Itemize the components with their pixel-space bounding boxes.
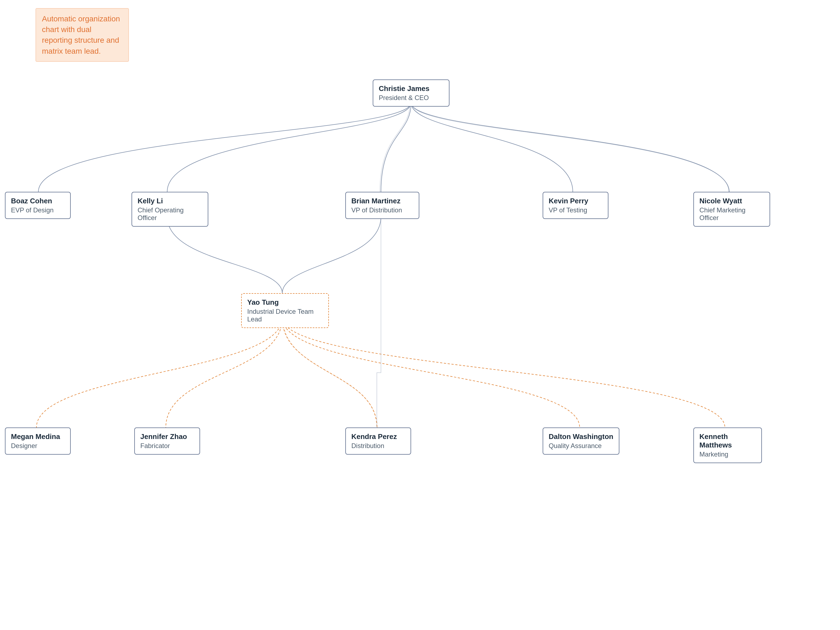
node-boaz[interactable]: Boaz Cohen EVP of Design: [5, 192, 71, 219]
ceo-name: Christie James: [379, 84, 444, 93]
ceo-title: President & CEO: [379, 94, 444, 102]
info-box: Automatic organization chart with dual r…: [36, 8, 129, 62]
boaz-name: Boaz Cohen: [11, 197, 65, 205]
megan-name: Megan Medina: [11, 433, 65, 441]
node-megan[interactable]: Megan Medina Designer: [5, 428, 71, 455]
node-brian[interactable]: Brian Martinez VP of Distribution: [345, 192, 419, 219]
node-kelly[interactable]: Kelly Li Chief Operating Officer: [131, 192, 208, 227]
kenneth-title: Marketing: [699, 450, 756, 458]
node-ceo[interactable]: Christie James President & CEO: [373, 79, 450, 107]
brian-name: Brian Martinez: [351, 197, 413, 205]
nicole-title: Chief Marketing Officer: [699, 206, 764, 222]
kelly-title: Chief Operating Officer: [137, 206, 202, 222]
kelly-name: Kelly Li: [137, 197, 202, 205]
jennifer-title: Fabricator: [141, 442, 194, 450]
node-dalton[interactable]: Dalton Washington Quality Assurance: [543, 428, 619, 455]
dalton-title: Quality Assurance: [549, 442, 613, 450]
boaz-title: EVP of Design: [11, 206, 65, 214]
nicole-name: Nicole Wyatt: [699, 197, 764, 205]
jennifer-name: Jennifer Zhao: [141, 433, 194, 441]
kendra-name: Kendra Perez: [351, 433, 405, 441]
dalton-name: Dalton Washington: [549, 433, 613, 441]
kendra-title: Distribution: [351, 442, 405, 450]
node-nicole[interactable]: Nicole Wyatt Chief Marketing Officer: [693, 192, 770, 227]
megan-title: Designer: [11, 442, 65, 450]
node-jennifer[interactable]: Jennifer Zhao Fabricator: [134, 428, 200, 455]
node-yao[interactable]: Yao Tung Industrial Device Team Lead: [241, 293, 329, 328]
node-kendra[interactable]: Kendra Perez Distribution: [345, 428, 411, 455]
kevin-title: VP of Testing: [549, 206, 602, 214]
yao-name: Yao Tung: [247, 298, 323, 306]
yao-title: Industrial Device Team Lead: [247, 308, 323, 323]
node-kenneth[interactable]: Kenneth Matthews Marketing: [693, 428, 762, 463]
kenneth-name: Kenneth Matthews: [699, 433, 756, 449]
brian-title: VP of Distribution: [351, 206, 413, 214]
node-kevin[interactable]: Kevin Perry VP of Testing: [543, 192, 608, 219]
kevin-name: Kevin Perry: [549, 197, 602, 205]
